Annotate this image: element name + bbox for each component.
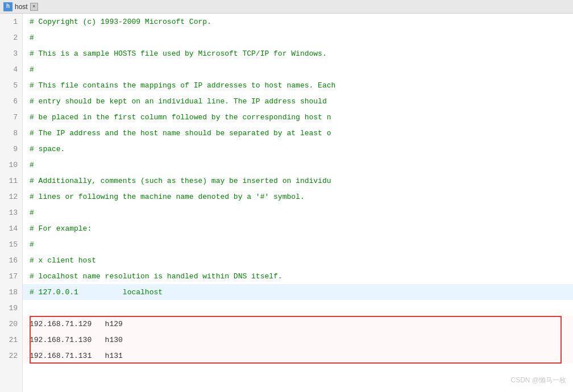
code-line: # This is a sample HOSTS file used by Mi… xyxy=(23,45,573,61)
code-line: # 127.0.0.1 localhost xyxy=(23,284,573,300)
comment-text: # x client host xyxy=(30,256,96,265)
code-line: # lines or following the machine name de… xyxy=(23,189,573,205)
code-line: # Copyright (c) 1993-2009 Microsoft Corp… xyxy=(23,14,573,30)
line-number: 18 xyxy=(0,284,22,300)
comment-text: # xyxy=(30,34,34,42)
code-line: # For example: xyxy=(23,220,573,236)
line-number: 9 xyxy=(0,141,22,157)
code-line: # localhost name resolution is handled w… xyxy=(23,268,573,284)
line-number: 2 xyxy=(0,30,22,45)
line-numbers: 12345678910111213141516171819202122 xyxy=(0,14,23,392)
title-bar: h host × xyxy=(0,0,573,14)
editor-window: h host × 1234567891011121314151617181920… xyxy=(0,0,573,392)
comment-text: # xyxy=(30,161,34,169)
comment-text: # For example: xyxy=(30,224,92,233)
comment-text: # xyxy=(30,240,34,249)
comment-text: # This is a sample HOSTS file used by Mi… xyxy=(30,49,327,58)
comment-text: # Additionally, comments (such as these)… xyxy=(30,177,331,185)
line-number: 20 xyxy=(0,316,22,332)
line-number: 15 xyxy=(0,236,22,252)
watermark: CSDN @懒马一枚 xyxy=(510,376,566,385)
close-icon[interactable]: × xyxy=(30,3,38,11)
line-number: 12 xyxy=(0,189,22,205)
code-line: # xyxy=(23,205,573,220)
comment-text: # xyxy=(30,65,34,74)
code-line: 192.168.71.130 h130 xyxy=(23,332,573,348)
code-line: # entry should be kept on an individual … xyxy=(23,93,573,109)
code-area: # Copyright (c) 1993-2009 Microsoft Corp… xyxy=(23,14,573,392)
comment-text: # Copyright (c) 1993-2009 Microsoft Corp… xyxy=(30,18,211,26)
code-line: # xyxy=(23,157,573,173)
code-line: # x client host xyxy=(23,252,573,268)
line-number: 21 xyxy=(0,332,22,348)
line-number: 22 xyxy=(0,348,22,364)
comment-text: # entry should be kept on an individual … xyxy=(30,97,327,106)
comment-text: # be placed in the first column followed… xyxy=(30,113,331,122)
comment-text: # This file contains the mappings of IP … xyxy=(30,81,335,90)
line-number: 8 xyxy=(0,125,22,141)
code-line: # be placed in the first column followed… xyxy=(23,109,573,125)
line-number: 5 xyxy=(0,77,22,93)
code-line: 192.168.71.131 h131 xyxy=(23,348,573,364)
code-line xyxy=(23,300,573,316)
editor-container: 12345678910111213141516171819202122 # Co… xyxy=(0,14,573,392)
comment-text: # space. xyxy=(30,145,65,153)
code-line: # This file contains the mappings of IP … xyxy=(23,77,573,93)
code-line: # xyxy=(23,30,573,45)
line-number: 4 xyxy=(0,61,22,77)
title-bar-text: host xyxy=(15,3,28,11)
line-number: 10 xyxy=(0,157,22,173)
comment-text: # localhost name resolution is handled w… xyxy=(30,272,283,281)
line-number: 14 xyxy=(0,220,22,236)
line-number: 17 xyxy=(0,268,22,284)
code-line: # xyxy=(23,236,573,252)
line-number: 13 xyxy=(0,205,22,220)
line-number: 3 xyxy=(0,45,22,61)
code-line: # xyxy=(23,61,573,77)
line-number: 1 xyxy=(0,14,22,30)
title-bar-icon: h xyxy=(3,2,13,11)
code-line: # The IP address and the host name shoul… xyxy=(23,125,573,141)
comment-text: # lines or following the machine name de… xyxy=(30,193,305,201)
code-line: # Additionally, comments (such as these)… xyxy=(23,173,573,189)
line-number: 7 xyxy=(0,109,22,125)
comment-text: # The IP address and the host name shoul… xyxy=(30,129,331,137)
line-number: 19 xyxy=(0,300,22,316)
comment-text: # xyxy=(30,208,34,217)
line-number: 11 xyxy=(0,173,22,189)
code-line: # space. xyxy=(23,141,573,157)
comment-text: # 127.0.0.1 localhost xyxy=(30,288,163,297)
line-number: 16 xyxy=(0,252,22,268)
line-number: 6 xyxy=(0,93,22,109)
code-line: 192.168.71.129 h129 xyxy=(23,316,573,332)
